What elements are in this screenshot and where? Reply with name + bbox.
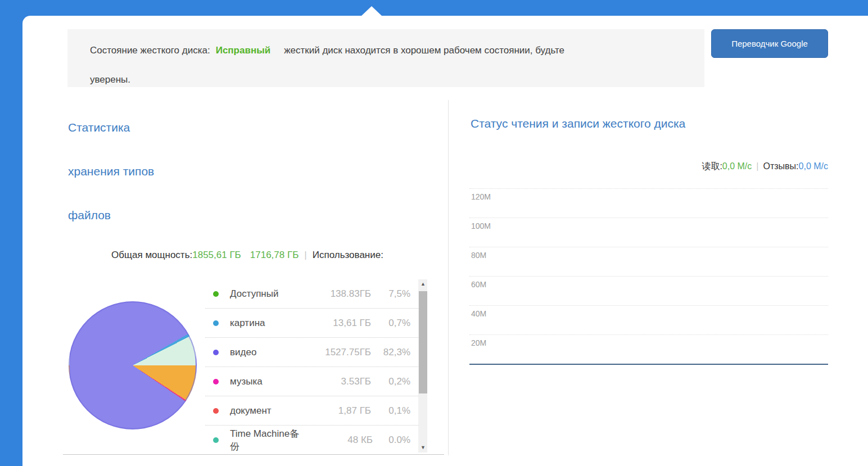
grid-rows-container: 120M 100M 80M 60M 40M 20M bbox=[469, 188, 828, 364]
legend-label: музыка bbox=[230, 376, 301, 387]
y-tick-label: 60M bbox=[471, 280, 486, 289]
rates-separator: | bbox=[756, 161, 758, 171]
legend-size: 48 КБ bbox=[305, 435, 373, 446]
y-tick-label: 80M bbox=[471, 251, 486, 260]
chart-gridline-row: 40M bbox=[469, 305, 828, 334]
legend-row: видео 1527.75ГБ 82,3% bbox=[205, 338, 427, 367]
y-tick-label: 100M bbox=[471, 221, 491, 230]
pointer-notch bbox=[361, 6, 382, 16]
legend-percent: 7,5% bbox=[371, 288, 410, 300]
legend-row: Доступный 138.83ГБ 7,5% bbox=[205, 279, 427, 309]
scroll-down-icon[interactable]: ▼ bbox=[418, 443, 427, 453]
legend-dot-icon bbox=[213, 437, 219, 443]
legend-row: документ 1,87 ГБ 0,1% bbox=[205, 396, 427, 426]
scroll-up-icon[interactable]: ▲ bbox=[418, 279, 427, 289]
y-tick-label: 120M bbox=[471, 192, 491, 201]
legend-dot-icon bbox=[213, 291, 219, 297]
legend-rows-container: Доступный 138.83ГБ 7,5% картина 13,61 ГБ… bbox=[205, 279, 427, 454]
y-tick-label: 20M bbox=[471, 338, 486, 347]
status-text-line1: жесткий диск находится в хорошем рабочем… bbox=[284, 45, 564, 56]
scrollbar-thumb[interactable] bbox=[419, 291, 427, 393]
legend-size: 13,61 ГБ bbox=[301, 318, 371, 329]
legend-list[interactable]: Доступный 138.83ГБ 7,5% картина 13,61 ГБ… bbox=[205, 279, 427, 454]
chart-gridline-row: 120M bbox=[469, 188, 828, 218]
google-translate-button[interactable]: Переводчик Google bbox=[711, 29, 828, 58]
legend-dot-icon bbox=[213, 379, 219, 384]
legend-row: картина 13,61 ГБ 0,7% bbox=[205, 309, 427, 338]
capacity-available: 1716,78 ГБ bbox=[250, 250, 299, 260]
io-line-chart: 120M 100M 80M 60M 40M 20M bbox=[469, 188, 828, 365]
usage-label: Использование: bbox=[313, 250, 383, 260]
status-text-line2: уверены. bbox=[90, 74, 130, 85]
y-tick-label: 40M bbox=[471, 309, 486, 318]
status-value: Исправный bbox=[216, 45, 270, 56]
legend-dot-icon bbox=[213, 320, 219, 326]
capacity-summary: Общая мощность:1855,61 ГБ1716,78 ГБ|Испо… bbox=[67, 250, 427, 261]
legend-label: Доступный bbox=[230, 288, 301, 300]
legend-dot-icon bbox=[213, 350, 219, 355]
left-panel-bottom-border bbox=[63, 454, 444, 455]
io-panel-title: Статус чтения и записи жесткого диска bbox=[471, 117, 685, 130]
legend-percent: 0,7% bbox=[371, 318, 410, 329]
legend-size: 1527.75ГБ bbox=[301, 347, 371, 358]
chart-gridline-row: 60M bbox=[469, 276, 828, 305]
chart-gridline-row: 80M bbox=[469, 247, 828, 276]
read-label: 读取: bbox=[702, 161, 722, 171]
status-label: Состояние жесткого диска: bbox=[90, 45, 210, 56]
chart-baseline bbox=[469, 364, 828, 365]
capacity-separator: | bbox=[304, 250, 306, 260]
status-banner: Состояние жесткого диска:Исправныйжестки… bbox=[67, 29, 704, 87]
read-value: 0,0 М/с bbox=[722, 161, 752, 171]
storage-panel-title: Статистика хранения типов файлов bbox=[68, 106, 214, 237]
legend-label: документ bbox=[230, 405, 301, 417]
legend-label: видео bbox=[230, 347, 301, 358]
legend-dot-icon bbox=[213, 408, 219, 414]
capacity-label: Общая мощность: bbox=[111, 250, 192, 260]
legend-percent: 0.0% bbox=[373, 435, 410, 446]
legend-size: 3.53ГБ bbox=[301, 376, 371, 387]
storage-pie-chart bbox=[69, 301, 197, 429]
capacity-total: 1855,61 ГБ bbox=[192, 250, 241, 260]
write-value: 0,0 М/с bbox=[799, 161, 828, 171]
legend-percent: 0,1% bbox=[371, 405, 410, 417]
legend-row: музыка 3.53ГБ 0,2% bbox=[205, 367, 427, 396]
legend-percent: 82,3% bbox=[371, 347, 410, 358]
legend-label: картина bbox=[230, 318, 301, 329]
legend-size: 138.83ГБ bbox=[301, 288, 371, 300]
chart-gridline-row: 20M bbox=[469, 334, 828, 364]
legend-percent: 0,2% bbox=[371, 376, 410, 387]
legend-size: 1,87 ГБ bbox=[301, 405, 371, 417]
legend-row: Time Machine备份 48 КБ 0.0% bbox=[205, 426, 427, 454]
main-card: Состояние жесткого диска:Исправныйжестки… bbox=[22, 16, 868, 466]
panel-divider bbox=[448, 100, 449, 455]
legend-scrollbar[interactable]: ▲ ▼ bbox=[418, 279, 427, 453]
io-rates: 读取:0,0 М/с|Отзывы:0,0 М/с bbox=[469, 161, 828, 173]
write-label: Отзывы: bbox=[763, 161, 798, 171]
chart-gridline-row: 100M bbox=[469, 218, 828, 247]
legend-label: Time Machine备份 bbox=[230, 427, 305, 453]
